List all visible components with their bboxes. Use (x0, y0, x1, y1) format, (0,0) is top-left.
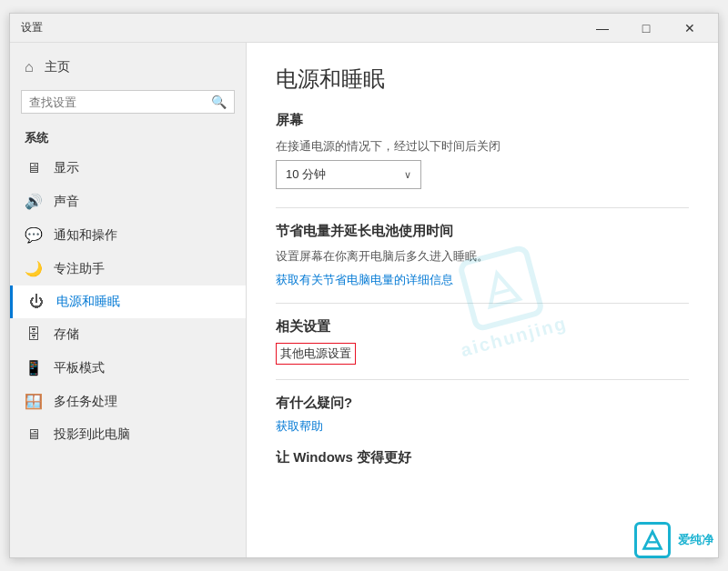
search-box[interactable]: 🔍 (21, 90, 235, 114)
divider-2 (276, 303, 689, 304)
settings-window: 设置 — □ ✕ ⌂ 主页 🔍 系统 🖥 显示 🔊 声音 (9, 13, 719, 558)
content-area: ⌂ 主页 🔍 系统 🖥 显示 🔊 声音 💬 通知和操作 🌙 (10, 43, 718, 557)
dropdown-row: 10 分钟 ∨ (276, 160, 689, 189)
home-label: 主页 (45, 59, 70, 75)
tablet-icon: 📱 (25, 359, 43, 376)
main-content: aichunjing 电源和睡眠 屏幕 在接通电源的情况下，经过以下时间后关闭 … (247, 43, 718, 557)
bottom-watermark-text: 爱纯净 (678, 532, 713, 548)
sidebar-label-project: 投影到此电脑 (54, 426, 130, 443)
get-help-link[interactable]: 获取帮助 (276, 419, 323, 433)
titlebar: 设置 — □ ✕ (10, 14, 718, 43)
sidebar-label-storage: 存储 (54, 326, 79, 343)
save-energy-link[interactable]: 获取有关节省电脑电量的详细信息 (276, 273, 453, 286)
project-icon: 🖥 (25, 426, 43, 443)
sidebar-item-project[interactable]: 🖥 投影到此电脑 (10, 418, 246, 451)
sidebar-label-power: 电源和睡眠 (56, 294, 120, 310)
search-icon: 🔍 (211, 95, 227, 109)
sound-icon: 🔊 (25, 193, 43, 210)
notifications-icon: 💬 (25, 226, 43, 244)
save-energy-title: 节省电量并延长电池使用时间 (276, 223, 689, 240)
chevron-down-icon: ∨ (404, 169, 411, 181)
related-power-settings-link[interactable]: 其他电源设置 (276, 343, 356, 365)
faq-title: 有什么疑问? (276, 395, 689, 412)
sidebar: ⌂ 主页 🔍 系统 🖥 显示 🔊 声音 💬 通知和操作 🌙 (10, 43, 247, 557)
storage-icon: 🗄 (25, 326, 43, 343)
sidebar-item-storage[interactable]: 🗄 存储 (10, 318, 246, 351)
bottom-watermark-logo (634, 522, 671, 558)
screen-section-header: 屏幕 (276, 112, 689, 129)
sidebar-label-sound: 声音 (54, 194, 79, 210)
screen-dropdown-desc: 在接通电源的情况下，经过以下时间后关闭 (276, 138, 689, 155)
home-icon: ⌂ (25, 59, 34, 75)
maximize-button[interactable]: □ (625, 14, 667, 43)
divider-1 (276, 207, 689, 208)
sidebar-label-tablet: 平板模式 (54, 360, 105, 376)
divider-3 (276, 379, 689, 380)
sidebar-label-multitask: 多任务处理 (54, 394, 117, 410)
sidebar-item-power[interactable]: ⏻ 电源和睡眠 (10, 286, 246, 318)
save-energy-desc: 设置屏幕在你离开电脑后多久进入睡眠。 (276, 247, 689, 265)
search-input[interactable] (29, 95, 206, 109)
sidebar-item-sound[interactable]: 🔊 声音 (10, 185, 246, 218)
sidebar-item-display[interactable]: 🖥 显示 (10, 152, 246, 185)
svg-marker-2 (644, 532, 662, 549)
focus-icon: 🌙 (25, 260, 43, 277)
sidebar-label-focus: 专注助手 (54, 261, 105, 277)
sidebar-label-notifications: 通知和操作 (54, 227, 117, 244)
sidebar-item-notifications[interactable]: 💬 通知和操作 (10, 218, 246, 252)
windows-better-title: 让 Windows 变得更好 (276, 449, 689, 466)
svg-line-1 (495, 290, 510, 294)
sidebar-item-multitask[interactable]: 🪟 多任务处理 (10, 385, 246, 418)
window-title: 设置 (21, 20, 43, 35)
bottom-watermark: 爱纯净 (634, 522, 713, 558)
minimize-button[interactable]: — (581, 14, 623, 43)
related-title: 相关设置 (276, 318, 689, 336)
screen-off-dropdown[interactable]: 10 分钟 ∨ (276, 160, 421, 189)
sidebar-label-display: 显示 (54, 160, 79, 176)
sidebar-item-focus[interactable]: 🌙 专注助手 (10, 252, 246, 286)
close-button[interactable]: ✕ (669, 14, 711, 43)
svg-marker-0 (482, 270, 520, 307)
sidebar-section-title: 系统 (10, 121, 246, 152)
power-icon: ⏻ (27, 294, 46, 310)
multitask-icon: 🪟 (25, 393, 43, 410)
window-controls: — □ ✕ (581, 14, 711, 43)
sidebar-item-tablet[interactable]: 📱 平板模式 (10, 351, 246, 385)
page-title: 电源和睡眠 (276, 65, 689, 94)
sidebar-home-item[interactable]: ⌂ 主页 (10, 52, 246, 83)
dropdown-value: 10 分钟 (286, 166, 326, 183)
display-icon: 🖥 (25, 160, 43, 176)
